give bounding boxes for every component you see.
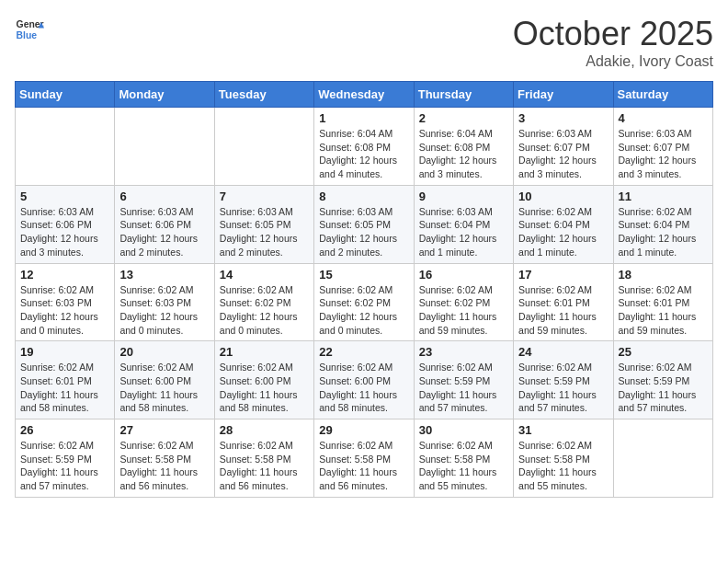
day-number: 8 (319, 190, 408, 203)
day-number: 4 (619, 111, 708, 125)
day-number: 19 (20, 345, 109, 359)
day-number: 22 (319, 345, 408, 359)
day-info: Sunrise: 6:02 AM Sunset: 5:59 PM Dayligh… (419, 361, 508, 415)
day-number: 25 (619, 345, 708, 359)
day-info: Sunrise: 6:04 AM Sunset: 6:08 PM Dayligh… (319, 127, 408, 181)
day-number: 11 (619, 190, 708, 203)
weekday-header-row: SundayMondayTuesdayWednesdayThursdayFrid… (16, 82, 713, 108)
calendar-day-3: 3Sunrise: 6:03 AM Sunset: 6:07 PM Daylig… (514, 108, 613, 186)
day-number: 18 (619, 268, 708, 282)
day-number: 27 (119, 423, 209, 437)
calendar-day-19: 19Sunrise: 6:02 AM Sunset: 6:01 PM Dayli… (16, 341, 115, 419)
day-info: Sunrise: 6:02 AM Sunset: 5:59 PM Dayligh… (619, 361, 708, 415)
calendar-day-21: 21Sunrise: 6:02 AM Sunset: 6:00 PM Dayli… (214, 341, 313, 419)
calendar-week-row: 12Sunrise: 6:02 AM Sunset: 6:03 PM Dayli… (16, 263, 713, 341)
weekday-header-saturday: Saturday (613, 82, 712, 108)
day-info: Sunrise: 6:02 AM Sunset: 6:03 PM Dayligh… (119, 283, 209, 338)
calendar-day-7: 7Sunrise: 6:03 AM Sunset: 6:05 PM Daylig… (214, 185, 313, 263)
day-info: Sunrise: 6:02 AM Sunset: 6:04 PM Dayligh… (619, 205, 708, 259)
calendar-day-6: 6Sunrise: 6:03 AM Sunset: 6:06 PM Daylig… (115, 185, 214, 263)
day-info: Sunrise: 6:02 AM Sunset: 5:58 PM Dayligh… (119, 439, 209, 493)
day-number: 30 (419, 423, 508, 437)
day-number: 17 (518, 268, 608, 282)
calendar-day-4: 4Sunrise: 6:03 AM Sunset: 6:07 PM Daylig… (613, 108, 712, 186)
day-info: Sunrise: 6:03 AM Sunset: 6:06 PM Dayligh… (20, 205, 109, 259)
day-info: Sunrise: 6:02 AM Sunset: 5:59 PM Dayligh… (518, 361, 608, 415)
day-info: Sunrise: 6:02 AM Sunset: 5:58 PM Dayligh… (518, 439, 608, 493)
calendar-day-27: 27Sunrise: 6:02 AM Sunset: 5:58 PM Dayli… (115, 419, 214, 498)
calendar-day-13: 13Sunrise: 6:02 AM Sunset: 6:03 PM Dayli… (115, 263, 214, 341)
day-info: Sunrise: 6:02 AM Sunset: 6:02 PM Dayligh… (419, 283, 508, 338)
calendar-week-row: 19Sunrise: 6:02 AM Sunset: 6:01 PM Dayli… (16, 341, 713, 419)
weekday-header-friday: Friday (514, 82, 613, 108)
day-info: Sunrise: 6:02 AM Sunset: 6:02 PM Dayligh… (319, 283, 408, 338)
day-number: 10 (518, 190, 608, 203)
calendar-day-2: 2Sunrise: 6:04 AM Sunset: 6:08 PM Daylig… (414, 108, 513, 186)
weekday-header-monday: Monday (115, 82, 214, 108)
day-number: 5 (20, 190, 109, 203)
logo: General Blue (15, 15, 44, 44)
calendar-day-5: 5Sunrise: 6:03 AM Sunset: 6:06 PM Daylig… (16, 185, 115, 263)
day-info: Sunrise: 6:02 AM Sunset: 5:59 PM Dayligh… (20, 439, 109, 493)
weekday-header-wednesday: Wednesday (314, 82, 414, 108)
day-number: 21 (220, 345, 309, 359)
month-title: October 2025 (513, 15, 713, 53)
calendar-table: SundayMondayTuesdayWednesdayThursdayFrid… (15, 81, 713, 498)
day-number: 14 (220, 268, 309, 282)
day-number: 3 (518, 111, 608, 125)
calendar-day-23: 23Sunrise: 6:02 AM Sunset: 5:59 PM Dayli… (414, 341, 513, 419)
calendar-day-1: 1Sunrise: 6:04 AM Sunset: 6:08 PM Daylig… (314, 108, 414, 186)
calendar-day-20: 20Sunrise: 6:02 AM Sunset: 6:00 PM Dayli… (115, 341, 214, 419)
day-number: 6 (119, 190, 209, 203)
page-header: General Blue October 2025 Adakie, Ivory … (15, 15, 713, 70)
logo-icon: General Blue (15, 15, 44, 44)
calendar-week-row: 5Sunrise: 6:03 AM Sunset: 6:06 PM Daylig… (16, 185, 713, 263)
day-number: 2 (419, 111, 508, 125)
calendar-day-12: 12Sunrise: 6:02 AM Sunset: 6:03 PM Dayli… (16, 263, 115, 341)
calendar-week-row: 26Sunrise: 6:02 AM Sunset: 5:59 PM Dayli… (16, 419, 713, 498)
day-info: Sunrise: 6:03 AM Sunset: 6:07 PM Dayligh… (518, 127, 608, 181)
day-number: 24 (518, 345, 608, 359)
day-info: Sunrise: 6:02 AM Sunset: 5:58 PM Dayligh… (419, 439, 508, 493)
day-number: 1 (319, 111, 408, 125)
weekday-header-tuesday: Tuesday (214, 82, 313, 108)
day-info: Sunrise: 6:02 AM Sunset: 6:01 PM Dayligh… (619, 283, 708, 338)
day-info: Sunrise: 6:02 AM Sunset: 5:58 PM Dayligh… (220, 439, 309, 493)
day-info: Sunrise: 6:02 AM Sunset: 6:02 PM Dayligh… (220, 283, 309, 338)
day-number: 28 (220, 423, 309, 437)
title-block: October 2025 Adakie, Ivory Coast (513, 15, 713, 70)
calendar-day-30: 30Sunrise: 6:02 AM Sunset: 5:58 PM Dayli… (414, 419, 513, 498)
calendar-day-14: 14Sunrise: 6:02 AM Sunset: 6:02 PM Dayli… (214, 263, 313, 341)
day-info: Sunrise: 6:03 AM Sunset: 6:07 PM Dayligh… (619, 127, 708, 181)
calendar-day-10: 10Sunrise: 6:02 AM Sunset: 6:04 PM Dayli… (514, 185, 613, 263)
calendar-day-15: 15Sunrise: 6:02 AM Sunset: 6:02 PM Dayli… (314, 263, 414, 341)
empty-cell (115, 108, 214, 186)
day-number: 23 (419, 345, 508, 359)
day-info: Sunrise: 6:04 AM Sunset: 6:08 PM Dayligh… (419, 127, 508, 181)
day-info: Sunrise: 6:03 AM Sunset: 6:06 PM Dayligh… (119, 205, 209, 259)
day-info: Sunrise: 6:02 AM Sunset: 6:04 PM Dayligh… (518, 205, 608, 259)
day-number: 26 (20, 423, 109, 437)
day-number: 31 (518, 423, 608, 437)
weekday-header-sunday: Sunday (16, 82, 115, 108)
day-info: Sunrise: 6:02 AM Sunset: 6:01 PM Dayligh… (518, 283, 608, 338)
empty-cell (16, 108, 115, 186)
day-number: 29 (319, 423, 408, 437)
calendar-day-31: 31Sunrise: 6:02 AM Sunset: 5:58 PM Dayli… (514, 419, 613, 498)
day-number: 16 (419, 268, 508, 282)
calendar-day-28: 28Sunrise: 6:02 AM Sunset: 5:58 PM Dayli… (214, 419, 313, 498)
calendar-day-18: 18Sunrise: 6:02 AM Sunset: 6:01 PM Dayli… (613, 263, 712, 341)
day-number: 13 (119, 268, 209, 282)
calendar-day-24: 24Sunrise: 6:02 AM Sunset: 5:59 PM Dayli… (514, 341, 613, 419)
day-info: Sunrise: 6:03 AM Sunset: 6:05 PM Dayligh… (319, 205, 408, 259)
day-info: Sunrise: 6:03 AM Sunset: 6:04 PM Dayligh… (419, 205, 508, 259)
calendar-day-16: 16Sunrise: 6:02 AM Sunset: 6:02 PM Dayli… (414, 263, 513, 341)
day-number: 9 (419, 190, 508, 203)
day-info: Sunrise: 6:02 AM Sunset: 6:01 PM Dayligh… (20, 361, 109, 415)
svg-text:Blue: Blue (17, 30, 38, 40)
calendar-week-row: 1Sunrise: 6:04 AM Sunset: 6:08 PM Daylig… (16, 108, 713, 186)
day-number: 20 (119, 345, 209, 359)
empty-cell (613, 419, 712, 498)
calendar-day-26: 26Sunrise: 6:02 AM Sunset: 5:59 PM Dayli… (16, 419, 115, 498)
calendar-day-8: 8Sunrise: 6:03 AM Sunset: 6:05 PM Daylig… (314, 185, 414, 263)
